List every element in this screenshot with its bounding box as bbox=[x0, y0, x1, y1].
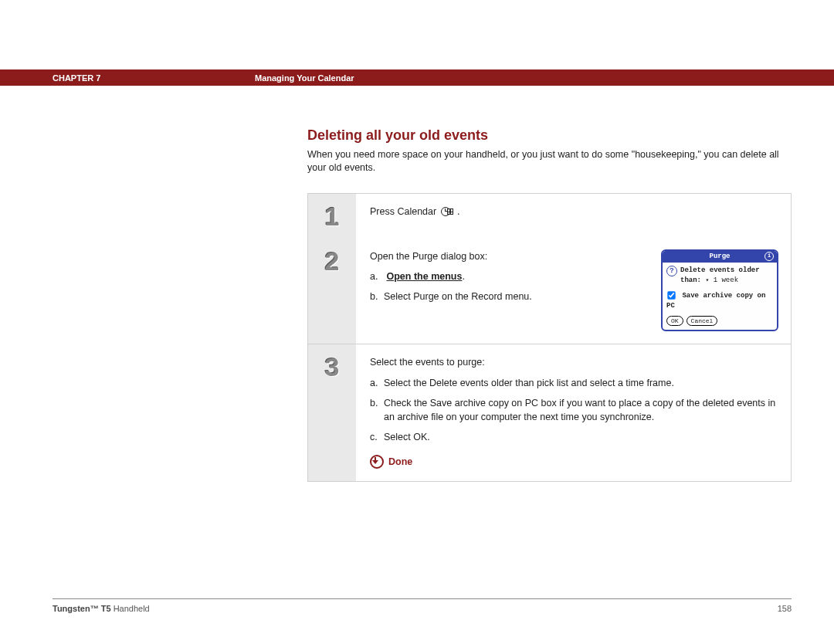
purge-cancel-button: Cancel bbox=[687, 316, 718, 327]
footer-product-rest: Handheld bbox=[111, 604, 150, 613]
step3-a-text: Select the Delete events older than pick… bbox=[384, 376, 778, 390]
purge-dialog-title: Purge bbox=[709, 253, 730, 260]
open-the-menus-link[interactable]: Open the menus bbox=[386, 271, 462, 282]
step1-text-post: . bbox=[457, 206, 459, 217]
page-footer: Tungsten™ T5 Handheld 158 bbox=[53, 598, 792, 613]
step3-lead: Select the events to purge: bbox=[370, 355, 778, 369]
section-intro: When you need more space on your handhel… bbox=[307, 148, 792, 175]
step2-a-period: . bbox=[462, 271, 464, 282]
step3-c-letter: c. bbox=[370, 430, 384, 444]
step3-b-text: Check the Save archive copy on PC box if… bbox=[384, 396, 778, 424]
step-number-2: 2 bbox=[308, 248, 356, 274]
chapter-header: CHAPTER 7 Managing Your Calendar bbox=[0, 69, 834, 86]
purge-line1b: than: bbox=[680, 276, 701, 284]
step2-b-letter: b. bbox=[370, 290, 384, 303]
purge-dialog-screenshot: Purge i ? Delete events older than: bbox=[661, 249, 778, 332]
step3-b-letter: b. bbox=[370, 396, 384, 424]
step-row-1: 1 Press Calendar . bbox=[308, 193, 792, 239]
calendar-icon bbox=[441, 206, 453, 217]
purge-line1a: Delete events older bbox=[680, 266, 760, 276]
step2-b-text: Select Purge on the Record menu. bbox=[384, 290, 638, 303]
save-archive-label: Save archive copy on PC bbox=[666, 292, 765, 310]
chapter-title: Managing Your Calendar bbox=[255, 73, 834, 83]
done-label: Done bbox=[388, 455, 412, 469]
footer-product-bold: Tungsten™ T5 bbox=[53, 604, 111, 613]
page-number: 158 bbox=[778, 604, 792, 613]
step1-text-pre: Press Calendar bbox=[370, 206, 439, 217]
step-row-2: 2 Open the Purge dialog box: a. Open the… bbox=[308, 239, 792, 344]
done-indicator: Done bbox=[370, 455, 778, 469]
step-row-3: 3 Select the events to purge: a. Select … bbox=[308, 344, 792, 482]
done-arrow-icon bbox=[370, 455, 384, 469]
step2-a-letter: a. bbox=[370, 269, 384, 283]
steps-table: 1 Press Calendar . 2 Open the Purge dial… bbox=[307, 193, 792, 482]
save-archive-checkbox bbox=[667, 291, 675, 299]
step-number-1: 1 bbox=[308, 203, 356, 229]
question-icon: ? bbox=[666, 266, 677, 276]
purge-dropdown-value: 1 week bbox=[714, 276, 738, 284]
dropdown-icon: ▾ bbox=[705, 276, 709, 283]
step3-c-text: Select OK. bbox=[384, 430, 778, 444]
step-number-3: 3 bbox=[308, 354, 356, 380]
step3-a-letter: a. bbox=[370, 376, 384, 390]
section-title: Deleting all your old events bbox=[307, 127, 792, 144]
info-icon: i bbox=[764, 252, 774, 261]
step2-lead: Open the Purge dialog box: bbox=[370, 249, 638, 263]
chapter-label: CHAPTER 7 bbox=[0, 73, 255, 83]
purge-ok-button: OK bbox=[666, 316, 683, 327]
